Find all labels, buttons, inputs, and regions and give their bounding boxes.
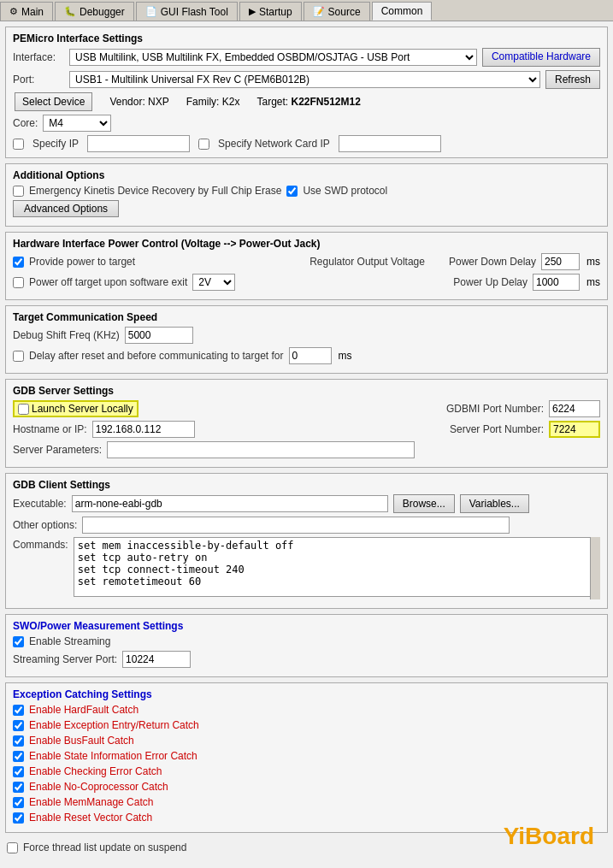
exception-item-2: Enable BusFault Catch <box>13 735 600 747</box>
interface-select[interactable]: USB Multilink, USB Multilink FX, Embedde… <box>69 49 477 66</box>
server-port-input[interactable] <box>549 421 600 438</box>
server-params-input[interactable] <box>107 441 415 458</box>
streaming-port-input[interactable] <box>122 651 191 668</box>
regulator-label: Regulator Output Voltage <box>309 256 425 268</box>
commands-textarea[interactable]: set mem inaccessible-by-default off set … <box>74 537 600 597</box>
power-down-label: Power Down Delay <box>449 256 536 268</box>
specify-ip-checkbox[interactable] <box>13 139 24 150</box>
emergency-label: Emergency Kinetis Device Recovery by Ful… <box>29 185 281 197</box>
tab-bar: ⚙ Main 🐛 Debugger 📄 GUI Flash Tool ▶ Sta… <box>0 0 613 21</box>
executable-input[interactable] <box>72 495 388 512</box>
provide-power-checkbox[interactable] <box>13 257 24 268</box>
launch-server-checkbox[interactable] <box>18 404 29 415</box>
launch-server-label[interactable]: Launch Server Locally <box>13 400 139 417</box>
power-down-ms: ms <box>586 256 600 268</box>
provide-power-label: Provide power to target <box>29 256 135 268</box>
no-coprocessor-label: Enable No-Coprocessor Catch <box>29 781 168 793</box>
enable-streaming-label: Enable Streaming <box>29 635 110 647</box>
variables-button[interactable]: Variables... <box>460 494 529 513</box>
tab-main[interactable]: ⚙ Main <box>0 2 53 21</box>
swo-title: SWO/Power Measurement Settings <box>13 620 600 632</box>
other-options-input[interactable] <box>82 517 510 534</box>
exception-entry-checkbox[interactable] <box>13 720 24 731</box>
swd-label: Use SWD protocol <box>303 185 387 197</box>
tab-debugger[interactable]: 🐛 Debugger <box>55 2 134 21</box>
power-off-checkbox[interactable] <box>13 277 24 288</box>
core-label: Core: <box>13 117 38 129</box>
power-up-ms: ms <box>586 276 600 288</box>
core-select[interactable]: M4 M0 M3 <box>43 115 111 132</box>
pemicro-title: PEMicro Interface Settings <box>13 32 600 44</box>
power-up-input[interactable] <box>533 274 580 291</box>
delay-checkbox[interactable] <box>13 351 24 362</box>
other-options-row: Other options: <box>13 517 600 534</box>
reset-vector-label: Enable Reset Vector Catch <box>29 812 152 824</box>
watermark-board: Board <box>525 823 594 849</box>
gdb-server-section: GDB Server Settings Launch Server Locall… <box>5 379 608 468</box>
freq-input[interactable] <box>125 327 193 344</box>
exceptions-section: Exception Catching Settings Enable HardF… <box>5 682 608 833</box>
gdbmi-input[interactable] <box>549 400 600 417</box>
hardware-power-title: Hardware Interface Power Control (Voltag… <box>13 238 600 250</box>
voltage-select[interactable]: 2V 3.3V 5V <box>192 274 235 291</box>
select-device-button[interactable]: Select Device <box>15 92 92 111</box>
checking-error-label: Enable Checking Error Catch <box>29 765 162 777</box>
gui-flash-icon: 📄 <box>145 6 157 17</box>
tab-startup[interactable]: ▶ Startup <box>239 2 302 21</box>
enable-streaming-checkbox[interactable] <box>13 636 24 647</box>
state-info-checkbox[interactable] <box>13 751 24 762</box>
hardware-power-section: Hardware Interface Power Control (Voltag… <box>5 232 608 300</box>
no-coprocessor-checkbox[interactable] <box>13 782 24 793</box>
gdb-client-section: GDB Client Settings Executable: Browse..… <box>5 473 608 609</box>
checking-error-checkbox[interactable] <box>13 766 24 777</box>
compatible-hardware-link[interactable]: Compatible Hardware <box>482 48 600 67</box>
power-off-label: Power off target upon software exit <box>29 276 187 288</box>
hostname-row: Hostname or IP: Server Port Number: <box>13 421 600 438</box>
swd-checkbox[interactable] <box>286 186 298 197</box>
server-port-label: Server Port Number: <box>450 423 544 435</box>
pemicro-section: PEMicro Interface Settings Interface: US… <box>5 27 608 158</box>
specify-network-checkbox[interactable] <box>198 139 209 150</box>
server-params-row: Server Parameters: <box>13 441 600 458</box>
source-icon: 📝 <box>313 6 325 17</box>
exception-item-7: Enable Reset Vector Catch <box>13 812 600 824</box>
additional-options-title: Additional Options <box>13 169 600 181</box>
specify-ip-input[interactable] <box>87 135 190 152</box>
exception-item-6: Enable MemManage Catch <box>13 796 600 808</box>
exceptions-title: Exception Catching Settings <box>13 688 600 700</box>
hardfault-label: Enable HardFault Catch <box>29 704 139 716</box>
commands-label: Commands: <box>13 539 68 551</box>
commands-row: Commands: set mem inaccessible-by-defaul… <box>13 537 600 599</box>
executable-row: Executable: Browse... Variables... <box>13 494 600 513</box>
power-down-input[interactable] <box>541 253 580 270</box>
refresh-button[interactable]: Refresh <box>545 70 600 89</box>
tab-source[interactable]: 📝 Source <box>304 2 370 21</box>
tab-gui-flash[interactable]: 📄 GUI Flash Tool <box>136 2 238 21</box>
server-params-label: Server Parameters: <box>13 444 102 456</box>
hostname-input[interactable] <box>92 421 195 438</box>
emergency-checkbox[interactable] <box>13 186 24 197</box>
busfault-checkbox[interactable] <box>13 735 24 747</box>
advanced-options-button[interactable]: Advanced Options <box>13 200 119 217</box>
interface-row: Interface: USB Multilink, USB Multilink … <box>13 48 600 67</box>
comm-speed-title: Target Communication Speed <box>13 311 600 323</box>
port-select[interactable]: USB1 - Multilink Universal FX Rev C (PEM… <box>69 71 540 88</box>
hardfault-checkbox[interactable] <box>13 705 24 716</box>
browse-button[interactable]: Browse... <box>393 494 455 513</box>
gdb-server-title: GDB Server Settings <box>13 385 600 397</box>
power-off-row: Power off target upon software exit 2V 3… <box>13 274 600 291</box>
commands-scrollbar[interactable] <box>590 537 600 599</box>
memmanage-checkbox[interactable] <box>13 797 24 808</box>
swo-section: SWO/Power Measurement Settings Enable St… <box>5 614 608 677</box>
tab-common[interactable]: Common <box>372 2 433 21</box>
emergency-row: Emergency Kinetis Device Recovery by Ful… <box>13 185 600 197</box>
power-up-label: Power Up Delay <box>453 276 528 288</box>
footer-row: Force thread list update on suspend YiBo… <box>5 838 608 857</box>
exception-item-5: Enable No-Coprocessor Catch <box>13 781 600 793</box>
additional-options-section: Additional Options Emergency Kinetis Dev… <box>5 163 608 227</box>
reset-vector-checkbox[interactable] <box>13 812 24 824</box>
specify-network-input[interactable] <box>339 135 441 152</box>
main-icon: ⚙ <box>9 6 18 17</box>
delay-input[interactable] <box>289 347 332 364</box>
force-thread-checkbox[interactable] <box>7 842 18 853</box>
